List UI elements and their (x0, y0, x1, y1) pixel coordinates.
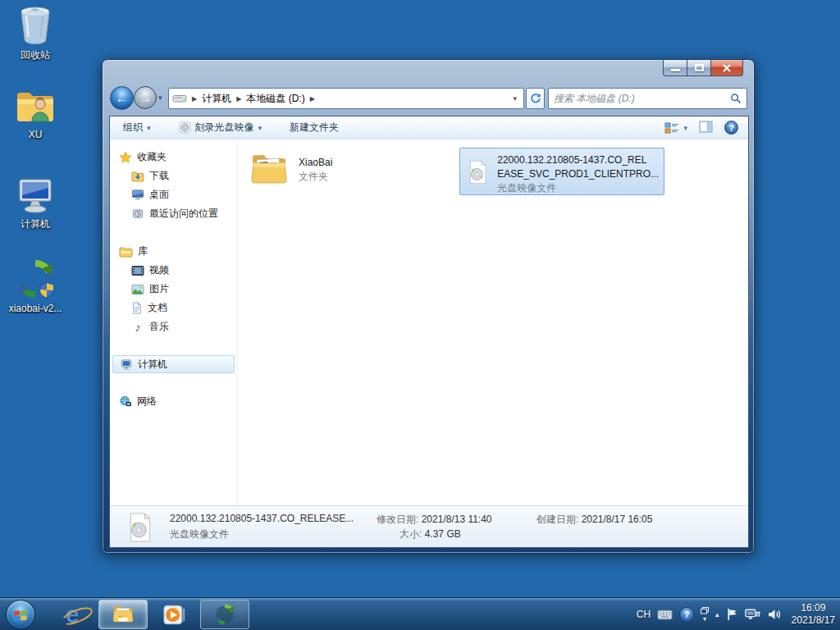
forward-button[interactable]: → (134, 86, 157, 109)
new-folder-button[interactable]: 新建文件夹 (290, 121, 339, 135)
search-input[interactable] (554, 93, 730, 104)
computer-small-icon (120, 358, 133, 371)
keyboard-icon[interactable] (657, 609, 673, 621)
breadcrumb-arrow-icon[interactable]: ▶ (231, 95, 246, 103)
command-bar: 组织 ▾ 刻录光盘映像 ▾ 新建文件夹 (110, 116, 748, 139)
new-folder-label: 新建文件夹 (290, 121, 339, 135)
sidebar-item-recent-places[interactable]: 最近访问的位置 (110, 204, 237, 223)
close-icon (723, 64, 731, 72)
user-folder-icon (15, 89, 56, 126)
taskbar-ie-button[interactable]: e (54, 600, 90, 629)
chevron-down-icon: ▾ (683, 124, 687, 132)
sidebar-item-label: 最近访问的位置 (149, 207, 218, 221)
burn-label: 刻录光盘映像 (195, 121, 254, 135)
burn-disc-image-button[interactable]: 刻录光盘映像 ▾ (179, 121, 262, 135)
taskbar-explorer-button[interactable] (98, 600, 148, 629)
explorer-window: ← → ▾ ▶ 计算机 ▶ 本地磁盘 (D:) ▶ ▾ (102, 59, 755, 554)
action-center-flag-icon[interactable] (726, 608, 738, 621)
created-label: 创建日期: (536, 514, 578, 525)
sidebar-item-label: 文档 (148, 301, 167, 315)
taskbar-xiaobai-button[interactable] (200, 600, 249, 629)
minimize-button[interactable] (663, 60, 687, 76)
sidebar-group-favorites[interactable]: 收藏夹 (110, 148, 237, 167)
sidebar-item-label: 网络 (137, 395, 157, 409)
question-mark-icon: ? (684, 609, 690, 619)
drive-icon (172, 94, 187, 103)
file-name-line1: 22000.132.210805-1437.CO_REL (497, 153, 659, 167)
file-type: 光盘映像文件 (497, 181, 659, 195)
star-icon (119, 151, 132, 164)
file-list[interactable]: XiaoBai 文件夹 (238, 139, 748, 505)
sidebar-group-libraries[interactable]: 库 (110, 242, 237, 261)
views-button[interactable]: ▾ (664, 121, 687, 135)
language-indicator[interactable]: CH (637, 609, 651, 620)
breadcrumb-computer[interactable]: 计算机 (202, 92, 231, 106)
media-player-icon (163, 604, 185, 626)
preview-pane-button[interactable] (699, 121, 713, 135)
desktop-icon-xu-folder[interactable]: XU (0, 89, 71, 140)
navigation-pane: 收藏夹 下载 (110, 139, 238, 505)
maximize-icon (695, 64, 704, 71)
back-arrow-icon: ← (116, 91, 128, 105)
network-status-icon[interactable] (745, 608, 761, 621)
disc-image-file-icon (126, 512, 154, 543)
sidebar-item-label: 图片 (149, 282, 169, 296)
file-tile-iso-selected[interactable]: 22000.132.210805-1437.CO_REL EASE_SVC_PR… (459, 148, 664, 195)
forward-arrow-icon: → (139, 91, 152, 105)
taskbar-clock[interactable]: 16:09 2021/8/17 (792, 602, 835, 627)
help-button[interactable]: ? (724, 121, 738, 135)
sidebar-group-label: 库 (138, 244, 148, 258)
modified-value: 2021/8/13 11:40 (422, 514, 492, 525)
sidebar-item-desktop[interactable]: 桌面 (110, 185, 237, 204)
desktop-icon-computer[interactable]: 计算机 (0, 176, 71, 231)
breadcrumb-arrow-icon[interactable]: ▶ (305, 95, 320, 103)
tray-help-icon[interactable]: ? (679, 607, 694, 622)
tray-app-icon[interactable]: ▾ (701, 607, 709, 623)
desktop-icon-label: XU (0, 129, 71, 140)
taskbar: e (0, 597, 840, 630)
sidebar-item-network[interactable]: 网络 (110, 392, 237, 411)
address-bar[interactable]: ▶ 计算机 ▶ 本地磁盘 (D:) ▶ ▾ (168, 88, 524, 109)
back-button[interactable]: ← (110, 86, 134, 110)
file-name-line2: EASE_SVC_PROD1_CLIENTPRO... (497, 167, 659, 181)
breadcrumb-local-disk-d[interactable]: 本地磁盘 (D:) (246, 92, 304, 106)
start-button[interactable] (4, 600, 37, 629)
sync-arrows-icon (14, 258, 57, 300)
organize-button[interactable]: 组织 ▾ (123, 121, 151, 135)
show-hidden-icons-button[interactable]: ▴ (715, 610, 719, 619)
recent-pages-dropdown[interactable]: ▾ (158, 94, 162, 102)
sidebar-item-music[interactable]: ♪ 音乐 (110, 317, 237, 336)
refresh-button[interactable] (526, 88, 545, 109)
recent-places-icon (131, 208, 144, 220)
sidebar-item-computer[interactable]: 计算机 (112, 355, 235, 373)
maximize-button[interactable] (687, 60, 710, 76)
sidebar-item-downloads[interactable]: 下载 (110, 167, 237, 185)
start-orb (6, 600, 35, 629)
navigation-bar: ← → ▾ ▶ 计算机 ▶ 本地磁盘 (D:) ▶ ▾ (103, 86, 754, 111)
recycle-bin-icon (16, 5, 55, 46)
file-tile-xiaobai-folder[interactable]: XiaoBai 文件夹 (249, 151, 332, 189)
minimize-icon (671, 69, 680, 71)
folder-icon (249, 151, 289, 189)
desktop-icon-xiaobai[interactable]: xiaobai-v2... (0, 258, 71, 314)
file-type: 文件夹 (299, 170, 332, 184)
preview-pane-icon (699, 121, 713, 133)
views-icon (664, 121, 679, 135)
created-value: 2021/8/17 16:05 (582, 514, 653, 525)
monitor-icon (131, 189, 144, 201)
sidebar-item-documents[interactable]: 文档 (110, 299, 237, 317)
close-button[interactable] (710, 60, 743, 76)
file-tile-text: 22000.132.210805-1437.CO_REL EASE_SVC_PR… (497, 153, 659, 189)
file-name: XiaoBai (299, 156, 332, 170)
desktop-icon-recycle-bin[interactable]: 回收站 (0, 5, 71, 62)
window-content: 组织 ▾ 刻录光盘映像 ▾ 新建文件夹 (109, 116, 749, 548)
taskbar-wmp-button[interactable] (153, 600, 195, 629)
search-box[interactable] (548, 88, 747, 109)
sidebar-item-videos[interactable]: 视频 (110, 261, 237, 280)
modified-label: 修改日期: (377, 514, 418, 525)
sidebar-item-label: 桌面 (149, 188, 169, 202)
sidebar-item-pictures[interactable]: 图片 (110, 280, 237, 299)
download-folder-icon (131, 171, 144, 182)
address-dropdown-icon[interactable]: ▾ (509, 94, 520, 103)
volume-icon[interactable] (768, 608, 782, 621)
